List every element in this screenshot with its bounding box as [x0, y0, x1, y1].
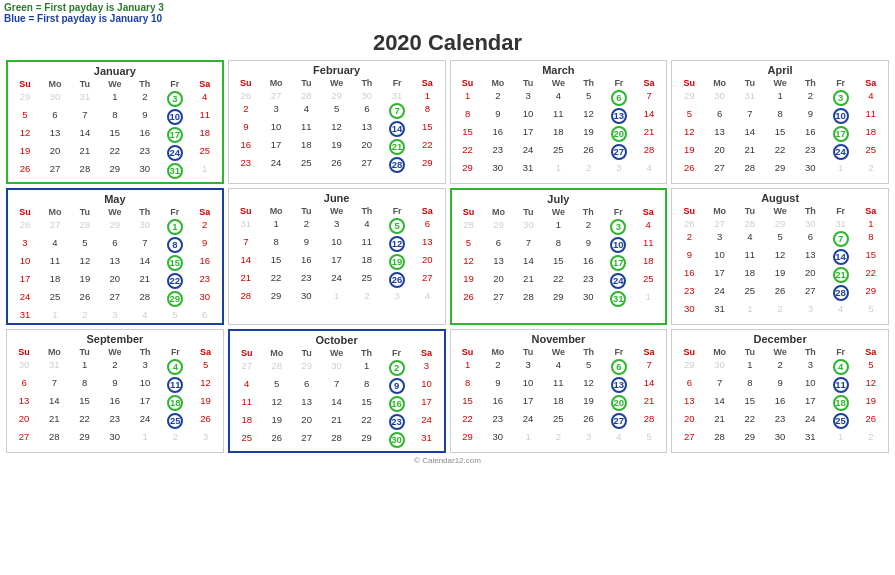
- day-cell: 16: [291, 253, 321, 271]
- day-cell: 15: [765, 125, 795, 143]
- day-cell: 27: [795, 284, 825, 302]
- circle-blue: 22: [167, 273, 183, 289]
- day-cell: 24: [513, 412, 543, 430]
- day-headers: SuMoTuWeThFrSa: [10, 78, 220, 90]
- day-cell: 30: [573, 290, 603, 308]
- circle-green: 7: [389, 103, 405, 119]
- day-cell: 2: [70, 308, 100, 321]
- day-header-sa: Sa: [412, 77, 442, 89]
- day-cell: 18: [735, 266, 765, 284]
- day-cell: 24: [826, 143, 856, 161]
- day-header-tu: Tu: [513, 346, 543, 358]
- day-cell: 4: [543, 358, 573, 376]
- day-header-th: Th: [352, 77, 382, 89]
- day-cell: 6: [9, 376, 39, 394]
- circle-green: 4: [833, 359, 849, 375]
- day-cell: 25: [160, 412, 190, 430]
- day-cell: 25: [826, 412, 856, 430]
- day-cell: 31: [603, 290, 633, 308]
- day-cell: 28: [39, 430, 69, 443]
- day-cell: 31: [735, 89, 765, 107]
- day-cell: 26: [674, 217, 704, 230]
- day-header-fr: Fr: [382, 77, 412, 89]
- day-cell: 1: [633, 290, 663, 308]
- day-cell: 10: [705, 248, 735, 266]
- day-cell: 25: [40, 290, 70, 308]
- day-cell: 4: [604, 430, 634, 443]
- day-header-tu: Tu: [70, 346, 100, 358]
- circle-green: 31: [610, 291, 626, 307]
- day-cell: 16: [483, 394, 513, 412]
- day-cell: 24: [705, 284, 735, 302]
- day-cell: 22: [543, 272, 573, 290]
- day-cell: 2: [382, 359, 412, 377]
- day-cell: 16: [100, 394, 130, 412]
- day-cell: 20: [604, 394, 634, 412]
- day-cell: 18: [40, 272, 70, 290]
- day-cell: 30: [513, 218, 543, 236]
- month-august: AugustSuMoTuWeThFrSa26272829303112345678…: [671, 188, 889, 325]
- month-title: May: [10, 192, 220, 206]
- day-cell: 6: [40, 108, 70, 126]
- day-cell: 3: [604, 161, 634, 174]
- day-header-fr: Fr: [160, 206, 190, 218]
- day-cell: 23: [573, 272, 603, 290]
- day-cell: 5: [574, 358, 604, 376]
- day-cell: 23: [765, 412, 795, 430]
- day-cell: 17: [513, 394, 543, 412]
- day-cell: 29: [292, 359, 322, 377]
- day-cell: 5: [765, 230, 795, 248]
- day-headers: SuMoTuWeThFrSa: [231, 205, 443, 217]
- day-cell: 26: [454, 290, 484, 308]
- copyright: © Calendar12.com: [0, 455, 895, 466]
- day-header-fr: Fr: [826, 77, 856, 89]
- legend-green: Green = First payday is January 3: [4, 2, 891, 13]
- day-cell: 27: [705, 161, 735, 174]
- day-cell: 30: [705, 358, 735, 376]
- day-cell: 16: [765, 394, 795, 412]
- day-cell: 21: [322, 413, 352, 431]
- day-cell: 29: [674, 89, 704, 107]
- day-cell: 15: [453, 125, 483, 143]
- day-cell: 18: [856, 125, 886, 143]
- day-cell: 18: [352, 253, 382, 271]
- day-header-tu: Tu: [513, 206, 543, 218]
- circle-blue: 10: [610, 237, 626, 253]
- day-cell: 31: [795, 430, 825, 443]
- day-cell: 13: [9, 394, 39, 412]
- day-cell: 5: [262, 377, 292, 395]
- day-cell: 10: [412, 377, 442, 395]
- day-cell: 19: [322, 138, 352, 156]
- day-cell: 1: [765, 89, 795, 107]
- day-cell: 7: [39, 376, 69, 394]
- day-cell: 31: [382, 89, 412, 102]
- day-cell: 14: [826, 248, 856, 266]
- weeks: 2627282930311234567891011121314151617181…: [674, 217, 886, 315]
- day-cell: 24: [795, 412, 825, 430]
- day-cell: 20: [352, 138, 382, 156]
- day-cell: 30: [130, 162, 160, 180]
- circle-green: 21: [389, 139, 405, 155]
- day-cell: 22: [160, 272, 190, 290]
- day-cell: 7: [735, 107, 765, 125]
- day-headers: SuMoTuWeThFrSa: [454, 206, 664, 218]
- day-cell: 28: [634, 143, 664, 161]
- day-cell: 20: [604, 125, 634, 143]
- day-cell: 26: [856, 412, 886, 430]
- day-cell: 3: [130, 358, 160, 376]
- day-cell: 2: [573, 218, 603, 236]
- day-cell: 2: [856, 161, 886, 174]
- day-cell: 4: [412, 289, 442, 302]
- day-cell: 13: [412, 235, 442, 253]
- day-cell: 17: [795, 394, 825, 412]
- day-header-mo: Mo: [483, 346, 513, 358]
- day-cell: 20: [674, 412, 704, 430]
- day-cell: 12: [10, 126, 40, 144]
- day-cell: 12: [382, 235, 412, 253]
- day-cell: 3: [826, 89, 856, 107]
- day-cell: 13: [292, 395, 322, 413]
- day-cell: 24: [10, 290, 40, 308]
- day-cell: 8: [453, 107, 483, 125]
- day-header-fr: Fr: [826, 205, 856, 217]
- day-cell: 15: [70, 394, 100, 412]
